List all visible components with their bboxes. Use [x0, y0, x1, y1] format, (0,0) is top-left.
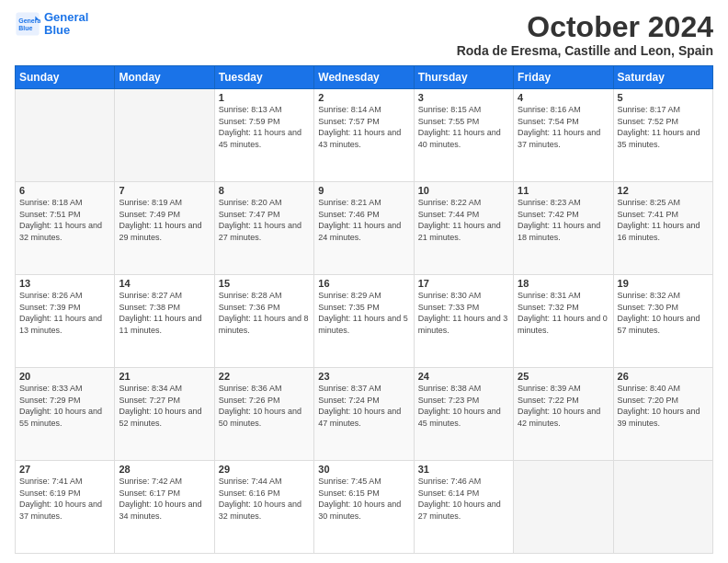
- calendar-cell: 9Sunrise: 8:21 AMSunset: 7:46 PMDaylight…: [314, 182, 414, 275]
- day-number: 21: [119, 371, 210, 382]
- calendar-cell: 29Sunrise: 7:44 AMSunset: 6:16 PMDayligh…: [214, 461, 313, 554]
- calendar-cell: 23Sunrise: 8:37 AMSunset: 7:24 PMDayligh…: [314, 368, 414, 461]
- weekday-header-wednesday: Wednesday: [314, 66, 414, 89]
- day-number: 19: [618, 278, 709, 289]
- day-number: 6: [19, 185, 110, 196]
- day-info: Sunrise: 8:21 AMSunset: 7:46 PMDaylight:…: [318, 197, 409, 243]
- day-number: 30: [318, 464, 409, 475]
- header: General Blue General Blue October 2024 R…: [15, 11, 713, 58]
- day-info: Sunrise: 8:40 AMSunset: 7:20 PMDaylight:…: [618, 383, 709, 429]
- page: General Blue General Blue October 2024 R…: [0, 0, 728, 563]
- logo-icon: General Blue: [15, 11, 40, 37]
- day-number: 10: [418, 185, 509, 196]
- week-row-4: 20Sunrise: 8:33 AMSunset: 7:29 PMDayligh…: [16, 368, 713, 461]
- calendar-cell: 28Sunrise: 7:42 AMSunset: 6:17 PMDayligh…: [115, 461, 214, 554]
- day-info: Sunrise: 8:19 AMSunset: 7:49 PMDaylight:…: [119, 197, 210, 243]
- day-info: Sunrise: 7:44 AMSunset: 6:16 PMDaylight:…: [219, 476, 310, 522]
- day-info: Sunrise: 8:34 AMSunset: 7:27 PMDaylight:…: [119, 383, 210, 429]
- day-number: 20: [19, 371, 110, 382]
- day-number: 29: [219, 464, 310, 475]
- day-number: 26: [618, 371, 709, 382]
- day-number: 16: [318, 278, 409, 289]
- calendar-cell: 27Sunrise: 7:41 AMSunset: 6:19 PMDayligh…: [16, 461, 115, 554]
- weekday-header-thursday: Thursday: [414, 66, 513, 89]
- calendar-cell: 16Sunrise: 8:29 AMSunset: 7:35 PMDayligh…: [314, 275, 414, 368]
- weekday-header-tuesday: Tuesday: [214, 66, 313, 89]
- main-title: October 2024: [457, 11, 713, 43]
- day-info: Sunrise: 8:13 AMSunset: 7:59 PMDaylight:…: [219, 104, 310, 150]
- day-info: Sunrise: 8:29 AMSunset: 7:35 PMDaylight:…: [318, 290, 409, 336]
- calendar-cell: 1Sunrise: 8:13 AMSunset: 7:59 PMDaylight…: [214, 89, 313, 182]
- day-info: Sunrise: 8:20 AMSunset: 7:47 PMDaylight:…: [219, 197, 310, 243]
- calendar-cell: [613, 461, 712, 554]
- day-number: 27: [19, 464, 110, 475]
- day-info: Sunrise: 8:17 AMSunset: 7:52 PMDaylight:…: [618, 104, 709, 150]
- svg-text:Blue: Blue: [18, 25, 32, 31]
- day-info: Sunrise: 8:18 AMSunset: 7:51 PMDaylight:…: [19, 197, 110, 243]
- title-area: October 2024 Roda de Eresma, Castille an…: [457, 11, 713, 58]
- day-info: Sunrise: 8:37 AMSunset: 7:24 PMDaylight:…: [318, 383, 409, 429]
- calendar-cell: 12Sunrise: 8:25 AMSunset: 7:41 PMDayligh…: [613, 182, 712, 275]
- calendar-cell: 19Sunrise: 8:32 AMSunset: 7:30 PMDayligh…: [613, 275, 712, 368]
- calendar-cell: 6Sunrise: 8:18 AMSunset: 7:51 PMDaylight…: [16, 182, 115, 275]
- week-row-3: 13Sunrise: 8:26 AMSunset: 7:39 PMDayligh…: [16, 275, 713, 368]
- calendar-cell: [16, 89, 115, 182]
- day-info: Sunrise: 8:23 AMSunset: 7:42 PMDaylight:…: [518, 197, 609, 243]
- calendar-cell: 4Sunrise: 8:16 AMSunset: 7:54 PMDaylight…: [514, 89, 613, 182]
- calendar-cell: 18Sunrise: 8:31 AMSunset: 7:32 PMDayligh…: [514, 275, 613, 368]
- calendar-cell: 21Sunrise: 8:34 AMSunset: 7:27 PMDayligh…: [115, 368, 214, 461]
- day-number: 9: [318, 185, 409, 196]
- week-row-1: 1Sunrise: 8:13 AMSunset: 7:59 PMDaylight…: [16, 89, 713, 182]
- calendar-cell: 30Sunrise: 7:45 AMSunset: 6:15 PMDayligh…: [314, 461, 414, 554]
- calendar-cell: 2Sunrise: 8:14 AMSunset: 7:57 PMDaylight…: [314, 89, 414, 182]
- day-number: 17: [418, 278, 509, 289]
- day-info: Sunrise: 8:22 AMSunset: 7:44 PMDaylight:…: [418, 197, 509, 243]
- day-number: 23: [318, 371, 409, 382]
- calendar-cell: 13Sunrise: 8:26 AMSunset: 7:39 PMDayligh…: [16, 275, 115, 368]
- calendar-cell: 26Sunrise: 8:40 AMSunset: 7:20 PMDayligh…: [613, 368, 712, 461]
- day-number: 31: [418, 464, 509, 475]
- day-info: Sunrise: 8:30 AMSunset: 7:33 PMDaylight:…: [418, 290, 509, 336]
- week-row-2: 6Sunrise: 8:18 AMSunset: 7:51 PMDaylight…: [16, 182, 713, 275]
- calendar-cell: 11Sunrise: 8:23 AMSunset: 7:42 PMDayligh…: [514, 182, 613, 275]
- day-info: Sunrise: 8:31 AMSunset: 7:32 PMDaylight:…: [518, 290, 609, 336]
- day-info: Sunrise: 7:45 AMSunset: 6:15 PMDaylight:…: [318, 476, 409, 522]
- calendar-cell: 31Sunrise: 7:46 AMSunset: 6:14 PMDayligh…: [414, 461, 513, 554]
- weekday-header-monday: Monday: [115, 66, 214, 89]
- day-number: 24: [418, 371, 509, 382]
- day-number: 22: [219, 371, 310, 382]
- day-number: 13: [19, 278, 110, 289]
- weekday-header-saturday: Saturday: [613, 66, 712, 89]
- day-info: Sunrise: 8:36 AMSunset: 7:26 PMDaylight:…: [219, 383, 310, 429]
- day-info: Sunrise: 8:14 AMSunset: 7:57 PMDaylight:…: [318, 104, 409, 150]
- day-number: 5: [618, 92, 709, 103]
- calendar-cell: 8Sunrise: 8:20 AMSunset: 7:47 PMDaylight…: [214, 182, 313, 275]
- logo-text-line2: Blue: [44, 24, 88, 37]
- day-number: 7: [119, 185, 210, 196]
- day-number: 18: [518, 278, 609, 289]
- day-number: 2: [318, 92, 409, 103]
- calendar-cell: 10Sunrise: 8:22 AMSunset: 7:44 PMDayligh…: [414, 182, 513, 275]
- day-number: 12: [618, 185, 709, 196]
- day-info: Sunrise: 8:16 AMSunset: 7:54 PMDaylight:…: [518, 104, 609, 150]
- weekday-header-friday: Friday: [514, 66, 613, 89]
- calendar-cell: 7Sunrise: 8:19 AMSunset: 7:49 PMDaylight…: [115, 182, 214, 275]
- calendar-cell: 22Sunrise: 8:36 AMSunset: 7:26 PMDayligh…: [214, 368, 313, 461]
- calendar-cell: 17Sunrise: 8:30 AMSunset: 7:33 PMDayligh…: [414, 275, 513, 368]
- calendar: SundayMondayTuesdayWednesdayThursdayFrid…: [15, 65, 713, 554]
- calendar-cell: 3Sunrise: 8:15 AMSunset: 7:55 PMDaylight…: [414, 89, 513, 182]
- day-info: Sunrise: 7:46 AMSunset: 6:14 PMDaylight:…: [418, 476, 509, 522]
- weekday-header-row: SundayMondayTuesdayWednesdayThursdayFrid…: [16, 66, 713, 89]
- day-number: 11: [518, 185, 609, 196]
- day-number: 3: [418, 92, 509, 103]
- logo: General Blue General Blue: [15, 11, 88, 38]
- day-number: 8: [219, 185, 310, 196]
- day-info: Sunrise: 8:39 AMSunset: 7:22 PMDaylight:…: [518, 383, 609, 429]
- day-info: Sunrise: 8:25 AMSunset: 7:41 PMDaylight:…: [618, 197, 709, 243]
- svg-rect-0: [16, 13, 39, 36]
- day-info: Sunrise: 8:32 AMSunset: 7:30 PMDaylight:…: [618, 290, 709, 336]
- day-number: 4: [518, 92, 609, 103]
- day-info: Sunrise: 8:28 AMSunset: 7:36 PMDaylight:…: [219, 290, 310, 336]
- logo-text-line1: General: [44, 11, 88, 24]
- day-info: Sunrise: 7:41 AMSunset: 6:19 PMDaylight:…: [19, 476, 110, 522]
